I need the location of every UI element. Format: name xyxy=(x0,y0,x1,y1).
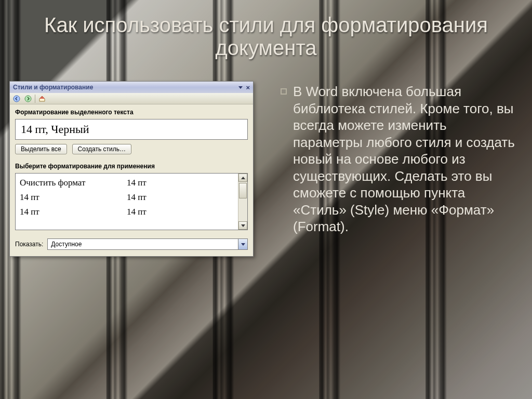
scroll-down-icon[interactable] xyxy=(238,221,247,230)
current-formatting-label: Форматирование выделенного текста xyxy=(10,104,253,118)
list-item-left: 14 пт xyxy=(20,207,127,217)
list-item[interactable]: 14 пт 14 пт xyxy=(19,205,235,219)
taskpane-title: Стили и форматирование xyxy=(13,84,235,91)
toolbar-separator xyxy=(35,95,35,103)
svg-point-1 xyxy=(25,96,31,102)
current-style-box[interactable]: 14 пт, Черный xyxy=(15,119,248,140)
format-list: Очистить формат 14 пт 14 пт 14 пт 14 пт … xyxy=(15,173,248,230)
show-select-value: Доступное xyxy=(51,241,82,248)
body-text-content: В Word включена большая библиотека стиле… xyxy=(293,83,516,235)
svg-point-0 xyxy=(14,96,20,102)
body-text: В Word включена большая библиотека стиле… xyxy=(281,83,516,235)
list-item[interactable]: 14 пт 14 пт xyxy=(19,190,235,205)
list-item-right: 14 пт xyxy=(127,207,234,217)
scroll-thumb[interactable] xyxy=(239,183,247,198)
scroll-track[interactable] xyxy=(238,182,247,221)
apply-formatting-label: Выберите форматирование для применения xyxy=(10,158,253,172)
list-item-right: 14 пт xyxy=(127,192,234,203)
forward-icon[interactable] xyxy=(23,94,33,103)
bullet-icon xyxy=(281,88,287,95)
taskpane-toolbar xyxy=(10,93,253,104)
select-all-button[interactable]: Выделить все xyxy=(15,144,67,154)
taskpane-titlebar: Стили и форматирование × xyxy=(10,82,253,93)
show-label: Показать: xyxy=(15,241,43,248)
slide-title: Как использовать стили для форматировани… xyxy=(0,14,532,59)
close-icon[interactable]: × xyxy=(246,84,250,91)
dropdown-icon[interactable] xyxy=(238,86,243,89)
styles-taskpane: Стили и форматирование × Форматирование … xyxy=(9,81,254,257)
list-item-left: Очистить формат xyxy=(20,178,127,188)
show-select[interactable]: Доступное xyxy=(47,238,248,250)
chevron-down-icon[interactable] xyxy=(238,239,247,249)
list-item[interactable]: Очистить формат 14 пт xyxy=(19,176,235,190)
scroll-up-icon[interactable] xyxy=(238,174,247,182)
back-icon[interactable] xyxy=(12,94,21,103)
list-item-left: 14 пт xyxy=(20,192,127,203)
list-item-right: 14 пт xyxy=(127,178,234,188)
home-icon[interactable] xyxy=(37,94,47,103)
scrollbar[interactable] xyxy=(238,174,247,230)
new-style-button[interactable]: Создать стиль… xyxy=(72,144,131,154)
